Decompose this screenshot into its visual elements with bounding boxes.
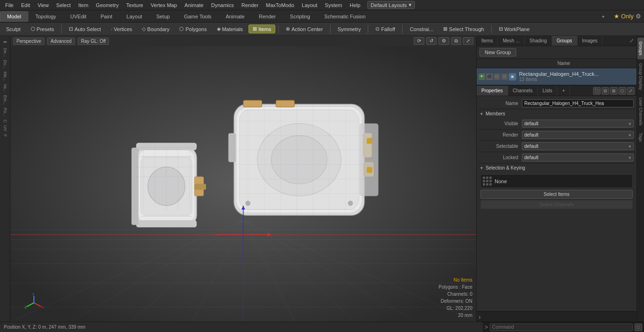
rp-arrow[interactable]: › (479, 313, 481, 321)
rp-tab-shading[interactable]: Shading (525, 36, 552, 46)
left-tool-c[interactable]: C (3, 119, 8, 124)
left-tool-emi[interactable]: Em... (3, 94, 8, 106)
menu-select[interactable]: Select (53, 1, 74, 9)
prop-selectable-select[interactable]: default (522, 142, 634, 150)
tab-schematic[interactable]: Schematic Fusion (317, 11, 372, 22)
tab-model[interactable]: Model (0, 11, 28, 22)
tab-scripting[interactable]: Scripting (283, 11, 317, 22)
viewport-icon3[interactable]: ⚙ (438, 37, 449, 45)
prop-name-input[interactable] (522, 99, 634, 107)
tab-topology[interactable]: Topology (28, 11, 63, 22)
vtab-groups[interactable]: Groups (637, 38, 644, 59)
falloff-button[interactable]: ⊙ Falloff (371, 24, 399, 33)
cmd-btn[interactable]: □ (635, 324, 642, 331)
menu-view[interactable]: View (34, 1, 52, 9)
gear-button[interactable]: ⚙ (636, 13, 641, 20)
tree-icon-render[interactable]: ⬛ (486, 73, 493, 80)
props-icon-3[interactable]: ⊞ (610, 87, 618, 95)
tree-icon-visibility[interactable]: 👁 (479, 73, 485, 80)
tree-icon-lock1[interactable]: □ (494, 73, 500, 80)
menu-render[interactable]: Render (238, 1, 262, 9)
props-tab-lists[interactable]: Lists (538, 86, 558, 96)
vtab-user-channels[interactable]: User Channels (637, 94, 644, 130)
tab-game-tools[interactable]: Game Tools (177, 11, 219, 22)
menu-edit[interactable]: Edit (18, 1, 33, 9)
rp-tab-mesh[interactable]: Mesh ... (498, 36, 525, 46)
props-tab-channels[interactable]: Channels (508, 86, 538, 96)
viewport-icon1[interactable]: ⟳ (414, 37, 424, 45)
symmetry-button[interactable]: Symmetry (333, 25, 365, 33)
cmd-arrow[interactable]: > (485, 324, 488, 331)
left-tool-pol[interactable]: Po... (3, 107, 8, 118)
menu-vertex-map[interactable]: Vertex Map (148, 1, 181, 9)
menu-animate[interactable]: Animate (181, 1, 206, 9)
menu-texture[interactable]: Texture (123, 1, 147, 9)
items-button[interactable]: ⊞ Items (248, 24, 275, 33)
vtab-tags[interactable]: Tags (637, 129, 644, 146)
work-plane-button[interactable]: ⊟ WorkPlane (495, 24, 534, 33)
tab-animate[interactable]: Animate (219, 11, 252, 22)
tree-icon-type[interactable]: ▣ (509, 73, 516, 81)
sel-keying-header[interactable]: ▼ Selection & Keying (479, 163, 635, 172)
viewport-mode-btn[interactable]: Perspective (13, 38, 44, 45)
action-center-button[interactable]: ⊕ Action Center (281, 24, 327, 33)
props-icon-expand[interactable]: ⤢ (627, 87, 635, 95)
cmd-input[interactable] (490, 324, 633, 331)
tab-paint[interactable]: Paint (93, 11, 119, 22)
vtab-group-display[interactable]: Group Display (637, 59, 644, 94)
constrain-button[interactable]: Constrai... (405, 25, 438, 33)
materials-button[interactable]: ◈ Materials (213, 24, 248, 33)
tab-uvedit[interactable]: UVEdit (63, 11, 93, 22)
members-section-header[interactable]: ▼ Members (479, 109, 635, 118)
viewport-expand[interactable]: ⤢ (463, 37, 473, 45)
menu-maxtomodo[interactable]: MaxToModo (263, 1, 297, 9)
props-icon-2[interactable]: ⊟ (602, 87, 609, 95)
left-tool-f[interactable]: F (3, 133, 8, 138)
props-icon-1[interactable]: ⬛ (593, 87, 601, 95)
left-tool-deform[interactable]: De... (3, 47, 8, 58)
left-tool-mesh[interactable]: Me... (3, 71, 8, 82)
tree-icon-lock2[interactable]: □ (501, 73, 508, 80)
presets-button[interactable]: ⬡ Presets (26, 24, 58, 33)
vertices-button[interactable]: · Vertices (107, 25, 136, 33)
menu-dynamics[interactable]: Dynamics (208, 1, 237, 9)
rp-tab-groups[interactable]: Groups (552, 36, 578, 46)
polygons-button[interactable]: ⬡ Polygons (175, 24, 211, 33)
boundary-button[interactable]: ◇ Boundary (138, 24, 173, 33)
tab-setup[interactable]: Setup (149, 11, 177, 22)
left-tool-dup[interactable]: Du... (3, 59, 8, 70)
left-tool-vert[interactable]: Ve... (3, 83, 8, 93)
menu-file[interactable]: File (2, 1, 17, 9)
props-tab-add[interactable]: + (557, 86, 570, 96)
tree-row[interactable]: 👁 ⬛ □ □ ▣ Rectangular_Halogen_H4_Truck..… (477, 68, 636, 85)
prop-visible-select[interactable]: default (522, 120, 634, 128)
prop-render-select[interactable]: default (522, 131, 634, 139)
viewport[interactable]: Perspective Advanced Ray GL: Off ⟳ ↺ ⚙ ⧉… (10, 36, 476, 322)
auto-select-button[interactable]: ⊡ Auto Select (65, 24, 105, 33)
menu-layout[interactable]: Layout (298, 1, 321, 9)
menu-item[interactable]: Item (75, 1, 91, 9)
tab-add[interactable]: + (594, 11, 611, 22)
select-through-button[interactable]: ⊠ Select Through (439, 24, 488, 33)
rp-tab-items[interactable]: Items (477, 36, 498, 46)
select-channels-button[interactable]: Select Channels (480, 200, 633, 209)
rp-tab-images[interactable]: Images (578, 36, 603, 46)
select-items-button[interactable]: Select Items (480, 190, 633, 199)
props-icon-4[interactable]: ⬡ (619, 87, 626, 95)
star-button[interactable]: ★ Only (614, 13, 634, 20)
menu-system[interactable]: System (322, 1, 346, 9)
viewport-icon4[interactable]: ⧉ (451, 37, 461, 45)
tab-layout[interactable]: Layout (119, 11, 149, 22)
sculpt-button[interactable]: Sculpt (2, 25, 25, 33)
prop-locked-select[interactable]: default (522, 154, 634, 162)
left-tool-expand[interactable]: ⇔ (1, 38, 9, 46)
left-tool-uv[interactable]: UV (3, 124, 8, 132)
tab-render[interactable]: Render (252, 11, 283, 22)
viewport-icon2[interactable]: ↺ (426, 37, 437, 45)
menu-help[interactable]: Help (347, 1, 364, 9)
new-group-button[interactable]: New Group (479, 48, 516, 57)
viewport-shading-btn[interactable]: Advanced (47, 38, 74, 45)
layout-selector[interactable]: Default Layouts ▾ (367, 1, 414, 9)
props-tab-properties[interactable]: Properties (477, 86, 508, 96)
rp-tab-expand[interactable]: ⤢ (627, 36, 636, 46)
